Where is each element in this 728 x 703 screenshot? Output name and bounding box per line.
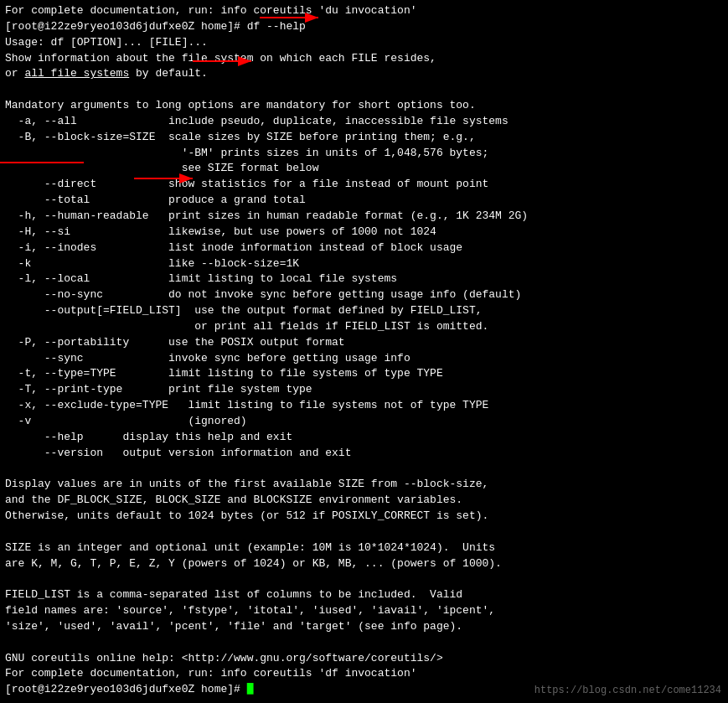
empty-line-2: [5, 461, 723, 477]
option-H: -H, --si likewise, but use powers of 100…: [5, 225, 723, 240]
option-direct: --direct show statistics for a file inst…: [5, 177, 723, 193]
doc-line: For complete documentation, run: info co…: [5, 666, 723, 682]
display-values-1: Display values are in units of the first…: [5, 477, 723, 493]
prompt-1: [root@i22ze9ryeo103d6jdufxe0Z home]# df …: [5, 20, 306, 33]
option-k: -k like --block-size=1K: [5, 256, 723, 272]
empty-line-5: [5, 635, 723, 651]
display-values-2: and the DF_BLOCK_SIZE, BLOCK_SIZE and BL…: [5, 493, 723, 509]
display-values-3: Otherwise, units default to 1024 bytes (…: [5, 509, 723, 525]
option-B-cont1: '-BM' prints sizes in units of 1,048,576…: [5, 146, 723, 162]
option-sync: --sync invoke sync before getting usage …: [5, 351, 723, 367]
option-x: -x, --exclude-type=TYPE limit listing to…: [5, 398, 723, 414]
line-3: Usage: df [OPTION]... [FILE]...: [5, 35, 723, 51]
option-P: -P, --portability use the POSIX output f…: [5, 335, 723, 351]
option-T: -T, --print-type print file system type: [5, 382, 723, 398]
line-1: For complete documentation, run: info co…: [5, 3, 723, 19]
field-list-1: FIELD_LIST is a comma-separated list of …: [5, 587, 723, 603]
terminal: For complete documentation, run: info co…: [0, 0, 728, 703]
option-h: -h, --human-readable print sizes in huma…: [5, 209, 723, 225]
option-t: -t, --type=TYPE limit listing to file sy…: [5, 366, 723, 382]
invocation-text: du invocation: [325, 4, 410, 17]
option-B-cont2: see SIZE format below: [5, 161, 723, 177]
underlined-text: all file systems: [24, 67, 129, 80]
line-4: Show information about the file system o…: [5, 51, 723, 67]
size-info-1: SIZE is an integer and optional unit (ex…: [5, 540, 723, 556]
option-output: --output[=FIELD_LIST] use the output for…: [5, 303, 723, 319]
option-a: -a, --all include pseudo, duplicate, ina…: [5, 114, 723, 130]
option-output-cont: or print all fields if FIELD_LIST is omi…: [5, 319, 723, 335]
option-total: --total produce a grand total: [5, 193, 723, 209]
field-list-2: field names are: 'source', 'fstype', 'it…: [5, 603, 723, 619]
option-v: -v (ignored): [5, 414, 723, 430]
field-list-3: 'size', 'used', 'avail', 'pcent', 'file'…: [5, 619, 723, 635]
gnu-help: GNU coreutils online help: <http://www.g…: [5, 651, 723, 667]
option-B: -B, --block-size=SIZE scale sizes by SIZ…: [5, 130, 723, 146]
size-info-2: are K, M, G, T, P, E, Z, Y (powers of 10…: [5, 556, 723, 572]
line-2: [root@i22ze9ryeo103d6jdufxe0Z home]# df …: [5, 19, 723, 35]
option-version: --version output version information and…: [5, 446, 723, 462]
prompt-2: [root@i22ze9ryeo103d6jdufxe0Z home]#: [5, 683, 247, 695]
option-i: -i, --inodes list inode information inst…: [5, 240, 723, 256]
line-5: or all file systems by default.: [5, 66, 723, 82]
watermark: https://blog.csdn.net/come11234: [534, 685, 721, 696]
option-l: -l, --local limit listing to local file …: [5, 271, 723, 287]
mandatory-line: Mandatory arguments to long options are …: [5, 98, 723, 114]
option-help: --help display this help and exit: [5, 430, 723, 446]
cursor: █: [247, 683, 254, 695]
empty-line-1: [5, 82, 723, 98]
empty-line-4: [5, 571, 723, 587]
empty-line-3: [5, 525, 723, 540]
option-no-sync: --no-sync do not invoke sync before gett…: [5, 287, 723, 303]
